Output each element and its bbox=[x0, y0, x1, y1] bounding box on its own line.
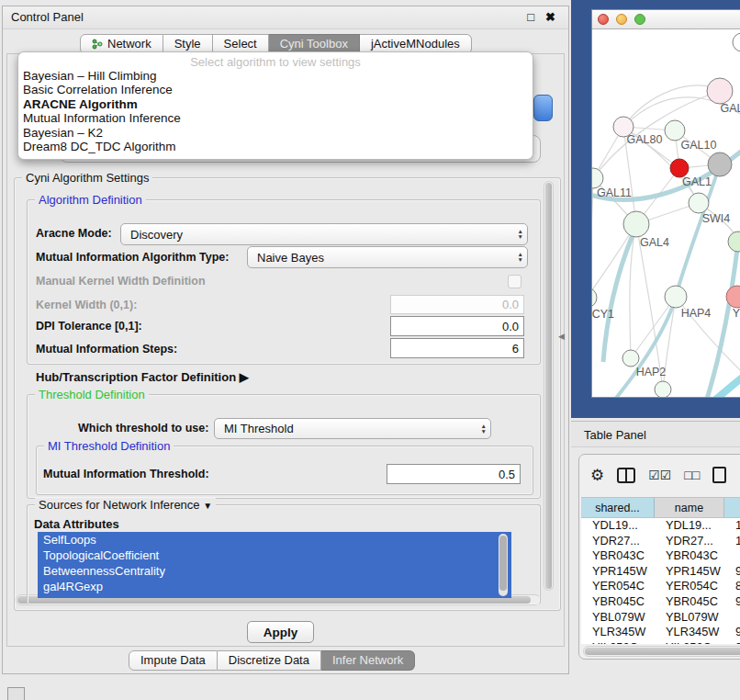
table-cell: YDL19... bbox=[655, 518, 724, 534]
network-node-GAL11[interactable] bbox=[592, 168, 603, 188]
network-node-label: GAL11 bbox=[597, 186, 632, 199]
manual-kernel-width-checkbox[interactable] bbox=[508, 275, 521, 288]
mi-threshold-field[interactable]: 0.5 bbox=[387, 464, 521, 484]
data-attribute-item[interactable]: gal4RGexp bbox=[38, 579, 511, 594]
apply-button[interactable]: Apply bbox=[247, 621, 314, 643]
network-node-SWI4[interactable] bbox=[689, 193, 709, 213]
algorithm-option[interactable]: Bayesian – Hill Climbing bbox=[18, 69, 533, 83]
table-row[interactable]: YBL079WYBL079W bbox=[581, 610, 740, 626]
mi-steps-field[interactable]: 6 bbox=[390, 338, 524, 358]
network-node-label: HAP2 bbox=[636, 366, 667, 378]
network-edge bbox=[693, 371, 740, 398]
network-node-cut-top[interactable] bbox=[733, 33, 740, 51]
table-row[interactable]: YDL19...YDL19...13 bbox=[581, 518, 740, 534]
table-cell: YER054C bbox=[581, 579, 655, 594]
algorithm-dropdown-list: Select algorithm to view settings Bayesi… bbox=[17, 51, 533, 160]
algorithm-option[interactable]: Basic Correlation Inference bbox=[18, 83, 533, 96]
network-node-GCY1[interactable] bbox=[592, 288, 597, 308]
split-pane-collapse-icon[interactable]: ◀ bbox=[558, 332, 565, 341]
column-layout-icon[interactable] bbox=[617, 468, 635, 483]
table-row[interactable]: YBR043CYBR043C bbox=[581, 548, 740, 564]
data-attribute-item[interactable]: BetweennessCentrality bbox=[38, 563, 511, 579]
tab-discretize-data-label: Discretize Data bbox=[229, 651, 309, 670]
dpi-tolerance-field[interactable]: 0.0 bbox=[390, 316, 524, 336]
attributes-scrollbar[interactable] bbox=[499, 534, 508, 596]
network-tree-icon bbox=[92, 39, 103, 50]
network-node-GAL10[interactable] bbox=[665, 120, 685, 141]
network-view-frame: GALGAL80GAL10GAL1GAL11SWI4GAL4GCY1HAP4YH… bbox=[571, 0, 740, 418]
network-node-HAP4[interactable] bbox=[665, 286, 687, 308]
minimized-panel-icon[interactable] bbox=[7, 687, 25, 700]
table-panel-title: Table Panel bbox=[584, 428, 646, 442]
data-attribute-item[interactable]: TopologicalCoefficient bbox=[38, 548, 511, 563]
network-graph-canvas[interactable]: GALGAL80GAL10GAL1GAL11SWI4GAL4GCY1HAP4YH… bbox=[592, 29, 740, 398]
document-icon[interactable] bbox=[712, 467, 726, 483]
table-cell bbox=[724, 610, 740, 626]
algorithm-option[interactable]: ARACNE Algorithm bbox=[18, 97, 533, 111]
gear-icon[interactable]: ⚙ bbox=[590, 466, 604, 485]
data-attributes-list: SelfLoopsTopologicalCoefficientBetweenne… bbox=[38, 532, 511, 598]
table-cell: YDR27... bbox=[581, 534, 655, 549]
tab-impute-data[interactable]: Impute Data bbox=[129, 650, 218, 671]
table-cell: YIL052C bbox=[581, 640, 655, 644]
algorithm-definition-title: Algorithm Definition bbox=[35, 193, 146, 207]
table-column-header[interactable] bbox=[724, 497, 740, 518]
algorithm-option[interactable]: Bayesian – K2 bbox=[18, 126, 533, 140]
control-panel: Control Panel □ ✖ Network Style Select C… bbox=[2, 6, 569, 674]
network-node-label: GCY1 bbox=[592, 308, 614, 321]
network-node-bottom-cut[interactable] bbox=[655, 381, 671, 398]
hub-definition-toggle[interactable]: Hub/Transcription Factor Definition ▶ bbox=[36, 370, 249, 384]
aracne-mode-combo[interactable]: Discovery ▲▼ bbox=[120, 223, 528, 245]
table-row[interactable]: YLR345WYLR345W9. bbox=[581, 625, 740, 640]
network-node-HAP2[interactable] bbox=[622, 350, 639, 367]
table-cell: 9. bbox=[724, 564, 740, 580]
float-window-icon[interactable]: □ bbox=[527, 6, 534, 28]
algorithm-option[interactable]: Mutual Information Inference bbox=[18, 111, 533, 125]
network-node-label: GAL4 bbox=[640, 236, 669, 249]
network-node-label: Y bbox=[733, 307, 740, 320]
deselect-all-checkboxes-icon[interactable]: □□ bbox=[684, 468, 700, 482]
tab-infer-network[interactable]: Infer Network bbox=[321, 650, 415, 671]
minimize-traffic-light-icon[interactable] bbox=[616, 14, 627, 25]
table-horizontal-scrollbar[interactable] bbox=[583, 646, 740, 657]
table-header-row: shared...name bbox=[581, 497, 740, 518]
network-node-GAL1[interactable] bbox=[670, 159, 689, 177]
algorithm-combo-stepper[interactable] bbox=[533, 95, 553, 121]
table-column-header[interactable]: name bbox=[655, 497, 724, 518]
tab-select-label: Select bbox=[224, 35, 257, 53]
table-cell: YBR045C bbox=[655, 594, 724, 610]
table-row[interactable]: YBR045CYBR045C9. bbox=[581, 594, 740, 610]
table-row[interactable]: YDR27...YDR27...12 bbox=[581, 534, 740, 549]
mi-algorithm-type-combo[interactable]: Naive Bayes ▲▼ bbox=[247, 246, 528, 268]
table-cell: 9. bbox=[724, 640, 740, 644]
table-column-header[interactable]: shared... bbox=[581, 497, 655, 518]
network-node-gray-node[interactable] bbox=[708, 152, 732, 176]
table-cell: YER054C bbox=[655, 579, 724, 594]
algorithm-option[interactable]: Dream8 DC_TDC Algorithm bbox=[18, 140, 533, 153]
data-attribute-item[interactable]: SelfLoops bbox=[38, 532, 511, 548]
table-cell: YDL19... bbox=[581, 518, 655, 534]
table-row[interactable]: YPR145WYPR145W9. bbox=[581, 564, 740, 580]
sources-toggle[interactable]: Sources for Network Inference ▼ bbox=[35, 498, 216, 512]
select-all-checkboxes-icon[interactable]: ☑☑ bbox=[648, 468, 671, 482]
table-cell: 9. bbox=[724, 625, 740, 640]
network-node-green-right[interactable] bbox=[728, 231, 740, 252]
tab-discretize-data[interactable]: Discretize Data bbox=[218, 650, 321, 671]
table-row[interactable]: YIL052CYIL052C9. bbox=[581, 640, 740, 644]
network-node-label: GAL1 bbox=[682, 175, 712, 188]
which-threshold-value: MI Threshold bbox=[224, 422, 294, 435]
close-icon[interactable]: ✖ bbox=[545, 6, 555, 28]
which-threshold-combo[interactable]: MI Threshold ▲▼ bbox=[214, 418, 491, 439]
network-node-GAL4[interactable] bbox=[623, 211, 649, 237]
zoom-traffic-light-icon[interactable] bbox=[634, 14, 645, 25]
table-cell: YDR27... bbox=[655, 534, 724, 549]
dropdown-hint: Select algorithm to view settings bbox=[18, 55, 533, 69]
kernel-width-field[interactable]: 0.0 bbox=[390, 295, 524, 314]
network-node-GAL-pink[interactable] bbox=[707, 78, 733, 104]
close-traffic-light-icon[interactable] bbox=[598, 14, 609, 25]
settings-vertical-scrollbar[interactable] bbox=[544, 181, 554, 591]
mi-algorithm-type-label: Mutual Information Algorithm Type: bbox=[36, 251, 229, 264]
mi-algorithm-type-value: Naive Bayes bbox=[257, 251, 324, 265]
aracne-mode-value: Discovery bbox=[130, 228, 183, 242]
table-row[interactable]: YER054CYER054C8. bbox=[581, 579, 740, 594]
